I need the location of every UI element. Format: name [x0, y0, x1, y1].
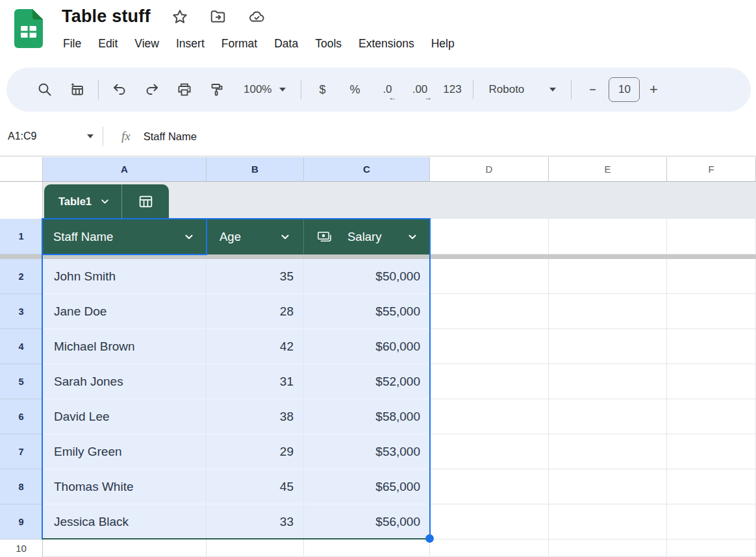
- zoom-select[interactable]: 100%: [233, 83, 296, 96]
- increase-font-size-button[interactable]: +: [640, 74, 667, 105]
- cell-empty[interactable]: [207, 539, 304, 557]
- column-header-b[interactable]: B: [207, 157, 304, 182]
- cell-empty[interactable]: [667, 434, 756, 469]
- cell-f1[interactable]: [667, 219, 756, 254]
- font-size-input[interactable]: 10: [609, 77, 640, 102]
- menu-format[interactable]: Format: [213, 32, 266, 55]
- cell-empty[interactable]: [549, 504, 667, 539]
- font-select[interactable]: Roboto: [478, 83, 566, 96]
- chevron-down-icon[interactable]: [280, 232, 290, 242]
- increase-decimal-button[interactable]: .00→: [403, 74, 436, 105]
- cell-b2[interactable]: 35: [207, 259, 304, 294]
- row-header-8[interactable]: 8: [0, 469, 43, 504]
- cell-empty[interactable]: [667, 294, 756, 329]
- cell-e1[interactable]: [549, 219, 667, 254]
- cell-a7[interactable]: Emily Green: [43, 434, 207, 469]
- decrease-decimal-button[interactable]: .0←: [371, 74, 403, 105]
- menu-file[interactable]: File: [55, 32, 90, 55]
- cell-b1[interactable]: Age: [207, 219, 304, 254]
- row-header-2[interactable]: 2: [0, 259, 43, 294]
- row-header-9[interactable]: 9: [0, 504, 43, 539]
- cell-c8[interactable]: $65,000: [304, 469, 430, 504]
- convert-to-table-icon[interactable]: [61, 74, 94, 105]
- cell-a6[interactable]: David Lee: [43, 399, 207, 434]
- cell-a4[interactable]: Michael Brown: [43, 329, 207, 364]
- cell-b6[interactable]: 38: [207, 399, 304, 434]
- cell-a3[interactable]: Jane Doe: [43, 294, 207, 329]
- column-header-f[interactable]: F: [667, 157, 756, 182]
- currency-format-button[interactable]: $: [306, 74, 338, 105]
- cell-empty[interactable]: [549, 469, 667, 504]
- redo-icon[interactable]: [136, 74, 168, 105]
- cell-c7[interactable]: $53,000: [304, 434, 430, 469]
- column-header-e[interactable]: E: [549, 157, 667, 182]
- cell-empty[interactable]: [430, 469, 549, 504]
- column-header-d[interactable]: D: [430, 157, 549, 182]
- menu-view[interactable]: View: [126, 32, 168, 55]
- formula-input[interactable]: Staff Name: [144, 130, 197, 143]
- menu-extensions[interactable]: Extensions: [350, 32, 423, 55]
- row-header-6[interactable]: 6: [0, 399, 43, 434]
- move-folder-icon[interactable]: [209, 8, 227, 25]
- select-all-corner[interactable]: [0, 157, 43, 182]
- cell-empty[interactable]: [549, 259, 667, 294]
- cell-empty[interactable]: [549, 294, 667, 329]
- cloud-saved-icon[interactable]: [247, 8, 266, 25]
- cell-empty[interactable]: [549, 539, 667, 557]
- cell-c9[interactable]: $56,000: [304, 504, 430, 539]
- table-name-menu[interactable]: Table1: [44, 184, 121, 219]
- chevron-down-icon[interactable]: [407, 232, 418, 242]
- row-header-5[interactable]: 5: [0, 364, 43, 399]
- cell-empty[interactable]: [43, 539, 207, 557]
- cell-empty[interactable]: [549, 434, 667, 469]
- row-header-1[interactable]: 1: [0, 219, 43, 254]
- cell-b9[interactable]: 33: [207, 504, 304, 539]
- cell-empty[interactable]: [549, 329, 667, 364]
- percent-format-button[interactable]: %: [338, 74, 371, 105]
- cell-b3[interactable]: 28: [207, 294, 304, 329]
- more-formats-button[interactable]: 123: [436, 74, 468, 105]
- menu-data[interactable]: Data: [266, 32, 307, 55]
- chevron-down-icon[interactable]: [184, 232, 194, 242]
- name-box[interactable]: A1:C9: [0, 130, 103, 142]
- cell-empty[interactable]: [430, 399, 549, 434]
- cell-b5[interactable]: 31: [207, 364, 304, 399]
- cell-c2[interactable]: $50,000: [304, 259, 430, 294]
- cell-empty[interactable]: [430, 434, 549, 469]
- cell-empty[interactable]: [667, 259, 756, 294]
- cell-empty[interactable]: [430, 294, 549, 329]
- cell-a9[interactable]: Jessica Black: [43, 504, 207, 539]
- cell-empty[interactable]: [667, 539, 756, 557]
- cell-empty[interactable]: [667, 399, 756, 434]
- row-header-10[interactable]: 10: [0, 539, 43, 557]
- cell-empty[interactable]: [667, 469, 756, 504]
- search-icon[interactable]: [29, 74, 61, 105]
- document-title[interactable]: Table stuff: [62, 6, 151, 27]
- column-header-c[interactable]: C: [304, 157, 430, 182]
- cell-empty[interactable]: [667, 364, 756, 399]
- print-icon[interactable]: [168, 74, 201, 105]
- cell-empty[interactable]: [430, 364, 549, 399]
- cell-b7[interactable]: 29: [207, 434, 304, 469]
- cell-empty[interactable]: [549, 364, 667, 399]
- table-grid-button[interactable]: [122, 184, 169, 219]
- cell-c5[interactable]: $52,000: [304, 364, 430, 399]
- row-header-7[interactable]: 7: [0, 434, 43, 469]
- sheets-logo[interactable]: [13, 9, 44, 48]
- cell-a2[interactable]: John Smith: [43, 259, 207, 294]
- cell-empty[interactable]: [430, 259, 549, 294]
- menu-edit[interactable]: Edit: [90, 32, 126, 55]
- cell-c6[interactable]: $58,000: [304, 399, 430, 434]
- fill-handle[interactable]: [425, 534, 434, 543]
- cell-a1[interactable]: Staff Name: [43, 219, 207, 254]
- cell-c4[interactable]: $60,000: [304, 329, 430, 364]
- star-icon[interactable]: [171, 8, 188, 25]
- cell-b8[interactable]: 45: [207, 469, 304, 504]
- cell-empty[interactable]: [430, 504, 549, 539]
- menu-tools[interactable]: Tools: [307, 32, 350, 55]
- menu-help[interactable]: Help: [423, 32, 463, 55]
- menu-insert[interactable]: Insert: [168, 32, 213, 55]
- undo-icon[interactable]: [103, 74, 136, 105]
- cell-empty[interactable]: [304, 539, 430, 557]
- cell-c1[interactable]: Salary: [304, 219, 430, 254]
